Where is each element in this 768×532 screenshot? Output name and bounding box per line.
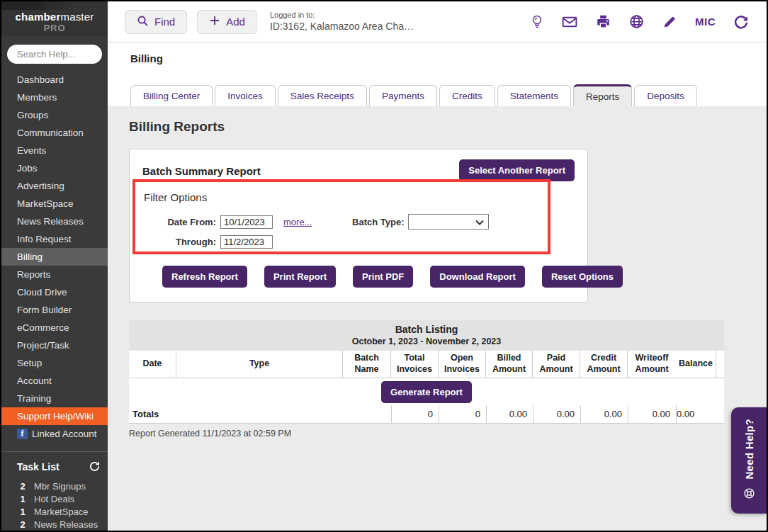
sidebar-item[interactable]: f Info Request	[1, 230, 108, 248]
sidebar-item[interactable]: f eCommerce	[1, 319, 108, 336]
content-area: Billing Reports Batch Summary Report Sel…	[108, 106, 767, 531]
tab[interactable]: Sales Receipts	[278, 85, 367, 106]
globe-icon[interactable]	[629, 14, 644, 29]
report-action-button[interactable]: Download Report	[430, 266, 525, 288]
select-another-report-button[interactable]: Select Another Report	[459, 159, 575, 181]
sidebar-item[interactable]: f Jobs	[1, 159, 108, 177]
search-help-input[interactable]	[7, 45, 102, 64]
sidebar-menu: f Dashboard f Members f Groups f Communi…	[1, 71, 108, 443]
table-title: Batch Listing	[129, 324, 724, 335]
topbar: Find Add Logged in to: ID:3162, Kalamazo…	[108, 1, 767, 43]
app-window: chambermaster PRO f Dashboard f Members …	[0, 0, 768, 532]
sidebar-item[interactable]: f Advertising	[1, 177, 108, 195]
add-button[interactable]: Add	[197, 10, 257, 34]
need-help-tab[interactable]: Need Help?	[731, 407, 767, 514]
tab-label: Payments	[382, 91, 424, 101]
more-link[interactable]: more...	[283, 217, 312, 227]
sidebar-item[interactable]: f Account	[1, 372, 108, 390]
sidebar-item-label: Cloud Drive	[17, 287, 67, 298]
column-header: Balance	[676, 351, 716, 378]
sidebar-item[interactable]: f Events	[1, 142, 108, 159]
tab[interactable]: Billing Center	[130, 85, 213, 106]
sidebar-item[interactable]: f Members	[1, 89, 108, 106]
logged-in-block: Logged in to: ID:3162, Kalamazoo Area Ch…	[270, 11, 414, 33]
task-count-badge: 2	[17, 519, 28, 530]
sidebar-item-label: Events	[17, 145, 46, 156]
sidebar-item[interactable]: f Support Help/Wiki	[1, 407, 108, 425]
add-button-label: Add	[226, 16, 245, 28]
totals-row: Totals 0 0 0.00 0.00 0.00	[129, 405, 724, 424]
filter-options-title: Filter Options	[144, 191, 575, 203]
through-label: Through:	[142, 237, 216, 247]
tab[interactable]: Reports	[573, 84, 632, 106]
totals-value: 0.00	[676, 405, 700, 423]
report-action-button[interactable]: Reset Options	[542, 266, 623, 288]
task-list-item[interactable]: 2 Mbr Signups	[17, 480, 101, 492]
billing-band: Billing Billing Center Invoices Sales Re…	[108, 43, 767, 106]
sidebar-item[interactable]: f Groups	[1, 106, 108, 124]
column-header: Billed Amount	[486, 351, 533, 378]
report-action-button[interactable]: Refresh Report	[162, 266, 247, 288]
through-input[interactable]	[220, 235, 273, 249]
tab[interactable]: Deposits	[634, 85, 697, 106]
tab-label: Invoices	[227, 91, 263, 101]
logged-in-label: Logged in to:	[270, 11, 414, 21]
envelope-icon[interactable]	[562, 16, 577, 28]
brand-name-bold: chamber	[16, 11, 61, 23]
sidebar-item[interactable]: f Training	[1, 390, 108, 407]
column-header: Total Invoices	[391, 351, 439, 378]
brand-name-rest: master	[60, 11, 94, 23]
sidebar-item-label: Dashboard	[17, 74, 64, 85]
generate-report-button[interactable]: Generate Report	[381, 381, 472, 403]
find-button[interactable]: Find	[125, 10, 187, 34]
sidebar-item[interactable]: f News Releases	[1, 213, 108, 230]
totals-value: 0.00	[533, 405, 580, 423]
sidebar-item-label: Members	[17, 92, 57, 103]
pencil-icon[interactable]	[662, 15, 677, 29]
sidebar-item-label: Training	[17, 393, 51, 404]
batch-summary-panel: Batch Summary Report Select Another Repo…	[129, 149, 588, 302]
sidebar-item[interactable]: f Cloud Drive	[1, 283, 108, 301]
lightbulb-icon[interactable]	[531, 14, 543, 30]
facebook-icon: f	[17, 429, 28, 439]
task-refresh-icon[interactable]	[89, 460, 101, 472]
tab[interactable]: Credits	[439, 85, 495, 106]
sidebar-item[interactable]: f Communication	[1, 124, 108, 142]
main-area: Find Add Logged in to: ID:3162, Kalamazo…	[108, 1, 767, 531]
totals-values: 0 0 0.00 0.00 0.00 0.00 0.00	[391, 405, 724, 423]
printer-icon[interactable]	[596, 14, 611, 29]
sidebar-item[interactable]: f Project/Task	[1, 336, 108, 354]
task-label: Mbr Signups	[34, 481, 86, 492]
report-action-button[interactable]: Print Report	[264, 266, 336, 288]
totals-value: 0.00	[628, 405, 676, 423]
date-from-input[interactable]	[220, 215, 273, 229]
batch-type-select[interactable]	[408, 214, 489, 230]
user-initials[interactable]: MIC	[695, 16, 716, 28]
column-header: Batch Name	[343, 351, 391, 378]
tab[interactable]: Invoices	[215, 85, 276, 106]
task-list-section: Task List 2 Mbr Signups 1 H	[1, 452, 108, 531]
tab[interactable]: Statements	[497, 85, 571, 106]
task-count-badge: 1	[17, 506, 28, 517]
totals-value: 0	[391, 405, 439, 423]
refresh-icon[interactable]	[734, 15, 748, 29]
sidebar-item[interactable]: f Setup	[1, 354, 108, 372]
sidebar-item[interactable]: f Form Builder	[1, 301, 108, 319]
sidebar-item[interactable]: f Billing	[1, 248, 108, 266]
date-from-label: Date From:	[142, 217, 216, 227]
sidebar-item-label: Billing	[17, 251, 43, 262]
find-button-label: Find	[154, 16, 175, 28]
totals-value: 0.00	[580, 405, 628, 423]
task-list-item[interactable]: 1 Hot Deals	[17, 492, 101, 505]
tab-label: Reports	[586, 91, 619, 102]
sidebar-item[interactable]: f MarketSpace	[1, 195, 108, 213]
sidebar-item-label: Advertising	[17, 181, 64, 191]
sidebar-item[interactable]: f Reports	[1, 266, 108, 283]
report-action-button[interactable]: Print PDF	[353, 266, 413, 288]
sidebar-item[interactable]: f Dashboard	[1, 71, 108, 89]
tab-label: Sales Receipts	[290, 91, 354, 101]
sidebar-item[interactable]: f Linked Account	[1, 425, 108, 443]
tab[interactable]: Payments	[369, 85, 437, 106]
task-list-item[interactable]: 2 News Releases	[17, 518, 101, 531]
task-list-item[interactable]: 1 MarketSpace	[17, 505, 101, 518]
